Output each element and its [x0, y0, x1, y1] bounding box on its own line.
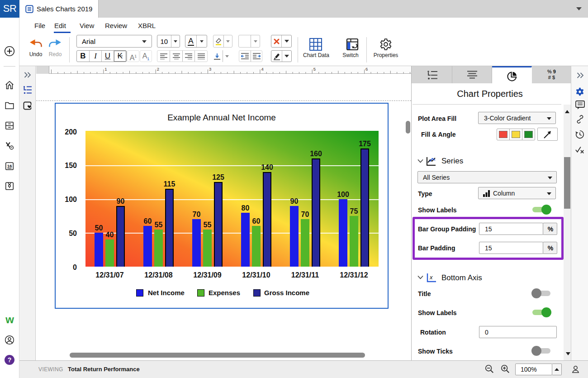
svg-text:6: 6: [365, 67, 368, 72]
svg-text:3: 3: [209, 67, 211, 72]
svg-text:5: 5: [313, 67, 316, 72]
svg-text:x: x: [429, 274, 433, 281]
svg-text:2: 2: [157, 67, 159, 72]
svg-text:4: 4: [261, 67, 263, 72]
svg-text:16: 16: [7, 163, 12, 168]
svg-text:1: 1: [104, 67, 107, 72]
